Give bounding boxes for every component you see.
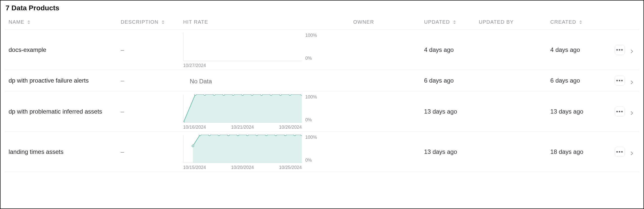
svg-point-11 bbox=[289, 94, 291, 95]
more-actions-button[interactable]: ••• bbox=[615, 107, 625, 117]
cell-description: – bbox=[117, 91, 179, 132]
col-header-updated-by: Updated By bbox=[475, 17, 547, 30]
col-header-actions bbox=[609, 17, 639, 30]
cell-owner bbox=[350, 70, 421, 91]
cell-actions: ••• bbox=[609, 30, 639, 70]
cell-name[interactable]: dp with problematic inferred assets bbox=[5, 91, 117, 132]
chevron-right-icon bbox=[630, 151, 634, 155]
cell-description: – bbox=[117, 30, 179, 70]
svg-point-13 bbox=[192, 145, 194, 147]
y-label-top: 100% bbox=[305, 94, 317, 100]
chevron-right-icon bbox=[630, 80, 634, 84]
cell-actions: ••• bbox=[609, 70, 639, 91]
cell-description: – bbox=[117, 70, 179, 91]
sparkline-y-labels: 100%0% bbox=[302, 135, 317, 163]
open-row-chevron[interactable] bbox=[630, 79, 634, 83]
sparkline-x-labels: 10/27/2024 bbox=[183, 61, 302, 68]
ellipsis-icon: ••• bbox=[616, 47, 623, 53]
svg-point-4 bbox=[223, 94, 225, 95]
svg-point-14 bbox=[199, 135, 201, 136]
svg-point-15 bbox=[208, 135, 210, 136]
hit-rate-sparkline: 100%0%10/15/202410/20/202410/25/2024 bbox=[183, 135, 346, 170]
y-label-top: 100% bbox=[305, 33, 317, 38]
col-header-description-label: Description bbox=[121, 19, 158, 25]
cell-created: 13 days ago bbox=[547, 91, 609, 132]
cell-updated-by bbox=[475, 91, 547, 132]
col-header-name[interactable]: Name bbox=[5, 17, 117, 30]
svg-point-1 bbox=[194, 94, 196, 95]
svg-point-25 bbox=[301, 135, 302, 136]
x-label: 10/15/2024 bbox=[183, 165, 223, 170]
cell-updated-by bbox=[475, 70, 547, 91]
col-header-description[interactable]: Description bbox=[117, 17, 179, 30]
cell-name[interactable]: docs-example bbox=[5, 30, 117, 70]
chevron-right-icon bbox=[630, 49, 634, 53]
x-label: 10/20/2024 bbox=[223, 165, 262, 170]
open-row-chevron[interactable] bbox=[630, 48, 634, 52]
table-row[interactable]: docs-example–100%0%10/27/20244 days ago4… bbox=[5, 30, 639, 70]
svg-point-23 bbox=[284, 135, 286, 136]
sparkline-y-labels: 100%0% bbox=[302, 94, 317, 123]
cell-updated: 6 days ago bbox=[421, 70, 475, 91]
more-actions-button[interactable]: ••• bbox=[615, 45, 625, 55]
open-row-chevron[interactable] bbox=[630, 150, 634, 154]
cell-updated-by bbox=[475, 132, 547, 172]
ellipsis-icon: ••• bbox=[616, 77, 623, 84]
svg-point-16 bbox=[218, 135, 220, 136]
svg-point-24 bbox=[294, 135, 296, 136]
col-header-updated-label: Updated bbox=[424, 19, 450, 25]
cell-name[interactable]: dp with proactive failure alerts bbox=[5, 70, 117, 91]
sparkline-plot-area bbox=[183, 94, 302, 123]
y-label-bottom: 0% bbox=[305, 158, 317, 163]
sparkline-plot-area bbox=[183, 135, 302, 163]
hit-rate-no-data: No Data bbox=[183, 78, 346, 85]
svg-point-19 bbox=[246, 135, 248, 136]
x-label: 10/21/2024 bbox=[223, 125, 262, 130]
cell-actions: ••• bbox=[609, 91, 639, 132]
cell-hit-rate: No Data bbox=[180, 70, 350, 91]
svg-point-8 bbox=[260, 94, 262, 95]
svg-point-22 bbox=[275, 135, 277, 136]
svg-point-12 bbox=[301, 94, 302, 95]
svg-point-10 bbox=[279, 94, 281, 95]
y-label-top: 100% bbox=[305, 135, 317, 140]
sparkline-x-labels: 10/15/202410/20/202410/25/2024 bbox=[183, 163, 302, 170]
col-header-updated[interactable]: Updated bbox=[421, 17, 475, 30]
col-header-name-label: Name bbox=[9, 19, 24, 25]
col-header-created[interactable]: Created bbox=[547, 17, 609, 30]
y-label-bottom: 0% bbox=[305, 56, 317, 61]
hit-rate-sparkline: 100%0%10/27/2024 bbox=[183, 33, 346, 68]
cell-owner bbox=[350, 30, 421, 70]
data-products-table: Name Description Hit Rate Owner Updated bbox=[5, 17, 639, 172]
table-row[interactable]: landing times assets–100%0%10/15/202410/… bbox=[5, 132, 639, 172]
x-label: 10/16/2024 bbox=[183, 125, 223, 130]
col-header-hit-rate-label: Hit Rate bbox=[183, 19, 208, 25]
x-label: 10/27/2024 bbox=[183, 63, 206, 68]
cell-hit-rate: 100%0%10/27/2024 bbox=[180, 30, 350, 70]
cell-updated-by bbox=[475, 30, 547, 70]
cell-created: 4 days ago bbox=[547, 30, 609, 70]
ellipsis-icon: ••• bbox=[616, 149, 623, 155]
page-title: 7 Data Products bbox=[6, 4, 639, 12]
more-actions-button[interactable]: ••• bbox=[615, 147, 625, 157]
table-row[interactable]: dp with proactive failure alerts–No Data… bbox=[5, 70, 639, 91]
svg-point-9 bbox=[270, 94, 272, 95]
sparkline-y-labels: 100%0% bbox=[302, 33, 317, 61]
x-label: 10/25/2024 bbox=[262, 165, 302, 170]
svg-point-17 bbox=[227, 135, 229, 136]
svg-point-2 bbox=[204, 94, 206, 95]
sort-icon bbox=[28, 20, 30, 24]
chevron-right-icon bbox=[630, 111, 634, 115]
open-row-chevron[interactable] bbox=[630, 110, 634, 114]
more-actions-button[interactable]: ••• bbox=[615, 76, 625, 86]
cell-owner bbox=[350, 132, 421, 172]
table-row[interactable]: dp with problematic inferred assets–100%… bbox=[5, 91, 639, 132]
cell-updated: 4 days ago bbox=[421, 30, 475, 70]
cell-updated: 13 days ago bbox=[421, 91, 475, 132]
cell-updated: 13 days ago bbox=[421, 132, 475, 172]
cell-name[interactable]: landing times assets bbox=[5, 132, 117, 172]
svg-point-0 bbox=[183, 121, 184, 122]
sort-icon bbox=[579, 20, 582, 24]
col-header-hit-rate: Hit Rate bbox=[180, 17, 350, 30]
cell-created: 6 days ago bbox=[547, 70, 609, 91]
